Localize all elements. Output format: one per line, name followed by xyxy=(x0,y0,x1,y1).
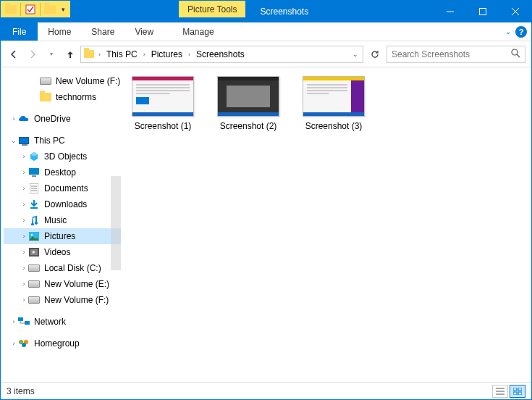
thumbnail xyxy=(132,76,194,117)
pictures-icon xyxy=(28,230,40,242)
forward-button[interactable] xyxy=(25,47,40,62)
tree-item-drive-c[interactable]: ›Local Disk (C:) xyxy=(4,260,121,276)
address-dropdown-icon[interactable]: ⌄ xyxy=(350,51,361,58)
desktop-icon xyxy=(28,167,40,178)
tree-item-drive-e[interactable]: ›New Volume (E:) xyxy=(4,276,121,292)
svg-rect-27 xyxy=(518,388,522,391)
thumbnails-view-button[interactable] xyxy=(510,385,525,398)
thumbnail xyxy=(217,76,279,117)
drive-icon xyxy=(28,294,40,306)
content-pane[interactable]: Screenshot (1) Screenshot (2) Screenshot… xyxy=(121,67,531,382)
scrollbar-thumb[interactable] xyxy=(111,176,121,270)
svg-rect-28 xyxy=(513,392,517,395)
videos-icon xyxy=(28,246,40,258)
tree-label: Local Disk (C:) xyxy=(44,263,101,273)
contextual-tab-label: Picture Tools xyxy=(179,1,245,17)
drive-icon xyxy=(28,262,40,274)
body-area: New Volume (F:) technorms ›OneDrive ⌄Thi… xyxy=(1,67,531,382)
tree-item-technorms[interactable]: technorms xyxy=(4,89,121,105)
chevron-down-icon[interactable]: ⌄ xyxy=(9,137,18,144)
svg-rect-0 xyxy=(26,5,35,14)
qat-properties-icon[interactable] xyxy=(23,1,38,17)
title-bar: ▾ Picture Tools Screenshots xyxy=(1,1,531,22)
ribbon-tab-manage[interactable]: Manage xyxy=(172,22,224,41)
close-button[interactable] xyxy=(499,1,531,22)
tree-item-documents[interactable]: ›Documents xyxy=(4,180,121,196)
status-bar: 3 items xyxy=(1,382,531,399)
help-icon[interactable]: ? xyxy=(515,26,527,38)
search-input[interactable]: Search Screenshots xyxy=(387,46,525,63)
navigation-pane[interactable]: New Volume (F:) technorms ›OneDrive ⌄Thi… xyxy=(1,67,121,382)
breadcrumb-pictures[interactable]: Pictures xyxy=(148,46,185,62)
drive-icon xyxy=(28,278,40,290)
ribbon-file-tab[interactable]: File xyxy=(1,22,38,41)
breadcrumb-thispc[interactable]: This PC xyxy=(104,46,140,62)
file-label: Screenshot (2) xyxy=(212,121,284,131)
tree-item-onedrive[interactable]: ›OneDrive xyxy=(4,111,121,127)
tree-label: Pictures xyxy=(44,231,75,241)
file-item[interactable]: Screenshot (2) xyxy=(212,76,284,131)
network-icon xyxy=(18,316,30,328)
svg-rect-7 xyxy=(29,168,39,175)
qat-customize-dropdown[interactable]: ▾ xyxy=(59,1,67,17)
tree-item-downloads[interactable]: ›Downloads xyxy=(4,196,121,212)
tree-item-videos[interactable]: ›Videos xyxy=(4,244,121,260)
svg-rect-18 xyxy=(18,317,23,321)
search-icon xyxy=(511,49,520,60)
tree-item-thispc[interactable]: ⌄This PC xyxy=(4,133,121,149)
tree-label: OneDrive xyxy=(34,114,71,124)
tree-item-homegroup[interactable]: ›Homegroup xyxy=(4,336,121,351)
tree-item-music[interactable]: ›Music xyxy=(4,212,121,228)
details-view-button[interactable] xyxy=(492,385,508,398)
file-label: Screenshot (1) xyxy=(127,121,199,131)
qat-new-folder-icon[interactable] xyxy=(43,1,57,17)
tree-item-3dobjects[interactable]: ›3D Objects xyxy=(4,149,121,164)
music-icon xyxy=(28,214,40,226)
refresh-button[interactable] xyxy=(366,46,384,63)
chevron-right-icon[interactable]: › xyxy=(142,51,147,58)
minimize-button[interactable] xyxy=(434,1,466,22)
documents-icon xyxy=(28,183,40,194)
recent-locations-dropdown[interactable]: ▾ xyxy=(44,47,59,62)
tree-label: New Volume (F:) xyxy=(44,295,109,305)
tree-item-network[interactable]: ›Network xyxy=(4,314,121,330)
qat-folder-icon[interactable] xyxy=(4,1,18,17)
window-controls xyxy=(434,1,531,22)
ribbon-tab-home[interactable]: Home xyxy=(38,22,81,41)
ribbon-tab-view[interactable]: View xyxy=(124,22,164,41)
tree-item-drive-f[interactable]: ›New Volume (F:) xyxy=(4,292,121,308)
tree-label: Desktop xyxy=(44,167,76,178)
tree-label: 3D Objects xyxy=(44,151,87,162)
tree-label: Homegroup xyxy=(34,338,80,349)
tree-label: technorms xyxy=(56,92,96,102)
window-title: Screenshots xyxy=(245,1,434,22)
3dobjects-icon xyxy=(28,151,40,162)
thumbnail xyxy=(303,76,365,117)
tree-label: New Volume (E:) xyxy=(44,279,109,289)
svg-point-22 xyxy=(22,343,26,347)
file-item[interactable]: Screenshot (3) xyxy=(297,76,370,131)
chevron-right-icon[interactable]: › xyxy=(187,51,192,58)
back-button[interactable] xyxy=(7,47,21,62)
ribbon-collapse-icon[interactable]: ⌄ xyxy=(505,28,511,36)
svg-rect-8 xyxy=(32,175,36,177)
svg-rect-29 xyxy=(518,392,522,395)
tree-label: Network xyxy=(34,317,66,327)
ribbon-tab-share[interactable]: Share xyxy=(81,22,124,41)
chevron-right-icon[interactable]: › xyxy=(97,51,102,58)
homegroup-icon xyxy=(18,338,30,349)
up-button[interactable] xyxy=(63,47,77,62)
svg-rect-26 xyxy=(513,388,517,391)
file-item[interactable]: Screenshot (1) xyxy=(127,76,199,131)
quick-access-toolbar: ▾ xyxy=(1,1,70,17)
search-placeholder: Search Screenshots xyxy=(392,49,470,59)
tree-item-desktop[interactable]: ›Desktop xyxy=(4,164,121,180)
breadcrumb-screenshots[interactable]: Screenshots xyxy=(193,46,248,62)
tree-item-pictures[interactable]: ›Pictures xyxy=(4,228,121,244)
address-bar[interactable]: › This PC › Pictures › Screenshots ⌄ xyxy=(80,46,363,63)
tree-item-drive-f-quick[interactable]: New Volume (F:) xyxy=(4,73,121,89)
maximize-button[interactable] xyxy=(466,1,499,22)
tree-label: Music xyxy=(44,215,67,225)
tree-label: New Volume (F:) xyxy=(56,76,120,86)
chevron-right-icon[interactable]: › xyxy=(9,115,18,122)
